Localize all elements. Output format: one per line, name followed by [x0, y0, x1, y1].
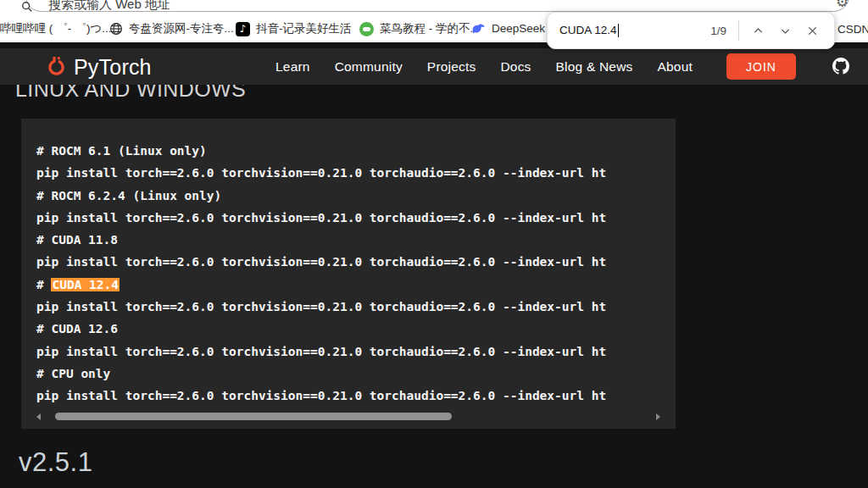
tiktok-icon: ♪: [236, 22, 250, 36]
find-close-button[interactable]: [798, 17, 826, 44]
find-input[interactable]: CUDA 12.4: [559, 24, 619, 37]
version-heading: v2.5.1: [19, 447, 92, 478]
find-next-button[interactable]: [771, 17, 798, 44]
code-line: # CUDA 11.8: [36, 229, 676, 251]
code-line: pip install torch==2.6.0 torchvision==0.…: [36, 385, 676, 407]
bookmark-douyin[interactable]: ♪ 抖音-记录美好生活: [236, 21, 352, 36]
code-line: pip install torch==2.6.0 torchvision==0.…: [36, 296, 676, 318]
settings-gear-icon[interactable]: ⚙: [836, 0, 849, 10]
text-cursor: [618, 24, 619, 37]
install-commands-codeblock: # ROCM 6.1 (Linux only)pip install torch…: [21, 119, 676, 429]
pytorch-flame-icon: [46, 54, 67, 80]
bookmark-label: 哔哩哔哩 ( ゜- ゜)つ...: [0, 21, 111, 36]
find-match-active: CUDA 12.4: [51, 278, 120, 291]
deepseek-whale-icon: [471, 22, 486, 36]
code-lines: # ROCM 6.1 (Linux only)pip install torch…: [36, 140, 676, 408]
globe-icon: [108, 22, 123, 36]
find-in-page-bar: CUDA 12.4 1/9: [547, 12, 835, 49]
bookmark-label: 夸盘资源网-专注夸...: [129, 21, 234, 36]
nav-item-projects[interactable]: Projects: [427, 59, 476, 75]
nav-item-learn[interactable]: Learn: [275, 59, 310, 75]
code-line: # CPU only: [36, 363, 676, 385]
bookmark-bilibili[interactable]: 哔哩哔哩 ( ゜- ゜)つ...: [0, 21, 111, 36]
scrollbar-thumb[interactable]: [55, 413, 452, 420]
runoob-icon: [359, 22, 374, 36]
code-line: # ROCM 6.1 (Linux only): [36, 140, 676, 162]
code-line: pip install torch==2.6.0 torchvision==0.…: [36, 162, 676, 184]
code-line: pip install torch==2.6.0 torchvision==0.…: [36, 207, 676, 229]
screen: LINUX AND WINDOWS # ROCM 6.1 (Linux only…: [0, 0, 868, 488]
join-button[interactable]: JOIN: [726, 53, 796, 80]
horizontal-scrollbar[interactable]: [36, 413, 660, 421]
pytorch-header: PyTorch LearnCommunityProjectsDocsBlog &…: [0, 48, 868, 85]
bookmark-runoob[interactable]: 菜鸟教程 - 学的不...: [359, 21, 480, 36]
code-line: pip install torch==2.6.0 torchvision==0.…: [36, 341, 676, 363]
pytorch-logo[interactable]: PyTorch: [46, 54, 152, 80]
bookmark-kuapan[interactable]: 夸盘资源网-专注夸...: [108, 21, 234, 36]
find-previous-button[interactable]: [744, 17, 771, 44]
header-nav: LearnCommunityProjectsDocsBlog & NewsAbo…: [275, 48, 693, 85]
code-line: # CUDA 12.4: [36, 274, 676, 296]
address-bar-placeholder: 搜索或输入 Web 地址: [48, 0, 170, 13]
find-query-text: CUDA 12.4: [559, 24, 617, 36]
bookmark-csdn[interactable]: CSDN_: [837, 21, 868, 36]
pytorch-wordmark: PyTorch: [74, 55, 152, 80]
nav-item-docs[interactable]: Docs: [500, 59, 531, 75]
divider: [738, 20, 739, 41]
bookmark-label: CSDN_: [837, 23, 868, 36]
nav-item-about[interactable]: About: [658, 59, 693, 75]
nav-item-community[interactable]: Community: [335, 59, 403, 75]
github-icon[interactable]: [832, 58, 849, 75]
bookmark-label: 抖音-记录美好生活: [256, 21, 352, 36]
code-line: # ROCM 6.2.4 (Linux only): [36, 185, 676, 207]
code-line: # CUDA 12.6: [36, 318, 676, 340]
search-icon: [21, 1, 33, 13]
nav-item-blog-news[interactable]: Blog & News: [556, 59, 633, 75]
find-match-count: 1/9: [710, 25, 738, 37]
scrollbar-right-arrow-icon[interactable]: [656, 413, 660, 420]
code-line: pip install torch==2.6.0 torchvision==0.…: [36, 251, 676, 273]
bookmark-label: 菜鸟教程 - 学的不...: [380, 21, 480, 36]
scrollbar-left-arrow-icon[interactable]: [36, 413, 41, 420]
pytorch-page: LINUX AND WINDOWS # ROCM 6.1 (Linux only…: [0, 42, 868, 488]
